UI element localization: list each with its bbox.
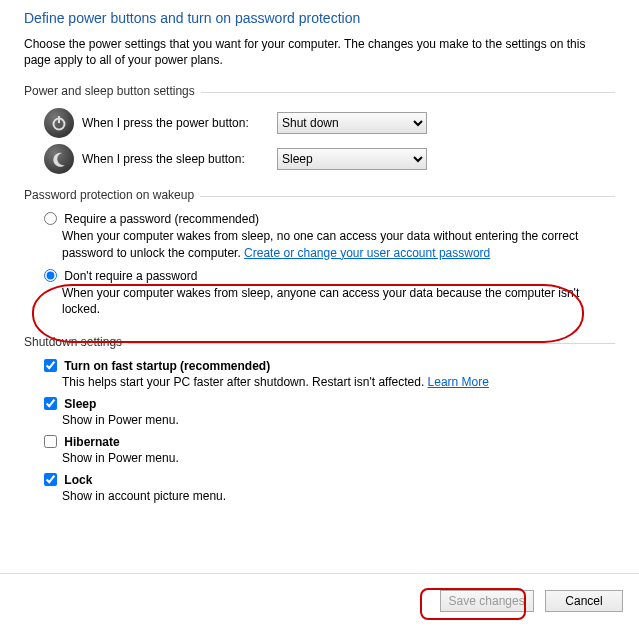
lock-desc: Show in account picture menu. (62, 489, 615, 503)
section-power-sleep: Power and sleep button settings (24, 84, 615, 98)
require-password-label: Require a password (recommended) (64, 212, 259, 226)
hibernate-checkbox[interactable] (44, 435, 57, 448)
divider (200, 196, 615, 197)
section-password: Password protection on wakeup (24, 188, 615, 202)
fast-startup-desc: This helps start your PC faster after sh… (62, 375, 615, 389)
cancel-button[interactable]: Cancel (545, 590, 623, 612)
learn-more-link[interactable]: Learn More (428, 375, 489, 389)
footer-divider (0, 573, 639, 574)
fast-startup-check-label[interactable]: Turn on fast startup (recommended) (44, 359, 270, 373)
fast-startup-checkbox[interactable] (44, 359, 57, 372)
sleep-label: Sleep (64, 397, 96, 411)
power-options-panel: Define power buttons and turn on passwor… (0, 0, 639, 503)
sleep-item: Sleep Show in Power menu. (44, 397, 615, 427)
hibernate-desc: Show in Power menu. (62, 451, 615, 465)
sleep-desc: Show in Power menu. (62, 413, 615, 427)
dont-require-password-radio-label[interactable]: Don't require a password (44, 269, 197, 283)
hibernate-check-label[interactable]: Hibernate (44, 435, 120, 449)
require-password-desc: When your computer wakes from sleep, no … (62, 228, 615, 260)
save-changes-button[interactable]: Save changes (440, 590, 534, 612)
lock-check-label[interactable]: Lock (44, 473, 92, 487)
page-title: Define power buttons and turn on passwor… (24, 10, 615, 26)
fast-startup-item: Turn on fast startup (recommended) This … (44, 359, 615, 389)
power-button-label: When I press the power button: (82, 116, 277, 130)
section-password-title: Password protection on wakeup (24, 188, 200, 202)
lock-checkbox[interactable] (44, 473, 57, 486)
sleep-button-select[interactable]: Sleep (277, 148, 427, 170)
hibernate-item: Hibernate Show in Power menu. (44, 435, 615, 465)
lock-label: Lock (64, 473, 92, 487)
power-button-row: When I press the power button: Shut down (44, 108, 615, 138)
divider (128, 343, 615, 344)
sleep-button-row: When I press the sleep button: Sleep (44, 144, 615, 174)
footer-buttons: Save changes Cancel (0, 590, 639, 612)
fast-startup-label: Turn on fast startup (recommended) (64, 359, 270, 373)
section-shutdown: Shutdown settings (24, 335, 615, 349)
hibernate-label: Hibernate (64, 435, 119, 449)
dont-require-password-desc: When your computer wakes from sleep, any… (62, 285, 615, 317)
sleep-button-label: When I press the sleep button: (82, 152, 277, 166)
option-dont-require-password: Don't require a password When your compu… (44, 269, 615, 317)
power-icon (44, 108, 74, 138)
sleep-icon (44, 144, 74, 174)
change-password-link[interactable]: Create or change your user account passw… (244, 246, 490, 260)
page-intro: Choose the power settings that you want … (24, 36, 615, 68)
section-shutdown-title: Shutdown settings (24, 335, 128, 349)
require-password-radio-label[interactable]: Require a password (recommended) (44, 212, 259, 226)
option-require-password: Require a password (recommended) When yo… (44, 212, 615, 260)
section-power-sleep-title: Power and sleep button settings (24, 84, 201, 98)
require-password-radio[interactable] (44, 212, 57, 225)
power-button-select[interactable]: Shut down (277, 112, 427, 134)
divider (201, 92, 615, 93)
sleep-checkbox[interactable] (44, 397, 57, 410)
dont-require-password-radio[interactable] (44, 269, 57, 282)
lock-item: Lock Show in account picture menu. (44, 473, 615, 503)
dont-require-password-label: Don't require a password (64, 269, 197, 283)
sleep-check-label[interactable]: Sleep (44, 397, 96, 411)
